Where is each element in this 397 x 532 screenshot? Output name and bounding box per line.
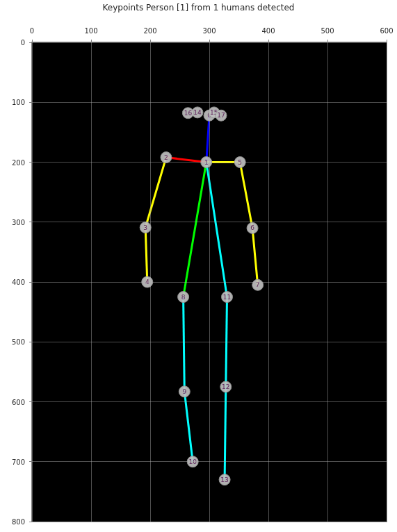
limb xyxy=(184,392,193,462)
y-tick-label: 800 xyxy=(12,518,25,526)
gridline-h xyxy=(32,342,387,342)
gridline-h xyxy=(32,102,387,103)
gridline-h xyxy=(32,222,387,222)
x-tick-label: 200 xyxy=(143,27,156,35)
keypoint-label: 9 xyxy=(182,388,186,395)
gridline-h xyxy=(32,522,387,522)
keypoint-label: 17 xyxy=(217,112,225,119)
gridline-h xyxy=(32,282,387,283)
y-tick-label: 700 xyxy=(12,458,25,465)
limb xyxy=(225,387,226,480)
tick-mark-y xyxy=(29,222,32,222)
gridline-h xyxy=(32,401,387,402)
tick-mark-y xyxy=(29,401,32,402)
y-tick-label: 500 xyxy=(12,338,25,346)
gridline-h xyxy=(32,461,387,462)
keypoint-label: 3 xyxy=(143,224,147,231)
keypoint-label: 2 xyxy=(164,154,168,161)
plot-area: 01234567891011121314151617 0100200300400… xyxy=(31,42,387,522)
y-tick-label: 300 xyxy=(12,218,25,226)
limb xyxy=(240,163,252,228)
tick-mark-y xyxy=(29,102,32,103)
gridline-h xyxy=(32,42,387,43)
tick-mark-y xyxy=(29,42,32,43)
x-tick-label: 0 xyxy=(30,27,34,35)
tick-mark-y xyxy=(29,162,32,163)
tick-mark-y xyxy=(29,461,32,462)
keypoint-label: 14 xyxy=(193,109,202,116)
y-tick-label: 200 xyxy=(12,158,25,166)
limb xyxy=(184,297,185,392)
keypoint-label: 8 xyxy=(181,294,186,301)
limb xyxy=(184,163,206,297)
keypoint-label: 6 xyxy=(250,224,254,231)
x-tick-label: 100 xyxy=(84,27,97,35)
x-tick-label: 500 xyxy=(321,27,334,35)
limb xyxy=(252,228,258,285)
y-tick-label: 0 xyxy=(21,39,25,47)
keypoint-label: 13 xyxy=(220,476,228,483)
keypoint-label: 11 xyxy=(223,294,231,301)
y-tick-label: 100 xyxy=(12,99,25,106)
tick-mark-y xyxy=(29,282,32,283)
y-tick-label: 400 xyxy=(12,279,25,286)
figure: Keypoints Person [1] from 1 humans detec… xyxy=(0,0,397,532)
gridline-h xyxy=(32,162,387,163)
tick-mark-y xyxy=(29,522,32,522)
y-tick-label: 600 xyxy=(12,398,25,406)
chart-title: Keypoints Person [1] from 1 humans detec… xyxy=(0,3,397,13)
keypoint-label: 7 xyxy=(256,281,260,288)
keypoint-label: 16 xyxy=(184,110,193,117)
x-tick-label: 400 xyxy=(261,27,275,35)
limb xyxy=(145,228,147,282)
tick-mark-y xyxy=(29,342,32,342)
keypoint-label: 12 xyxy=(222,383,229,390)
x-tick-label: 300 xyxy=(202,27,216,35)
limb xyxy=(145,158,166,228)
x-tick-label: 600 xyxy=(380,27,393,35)
